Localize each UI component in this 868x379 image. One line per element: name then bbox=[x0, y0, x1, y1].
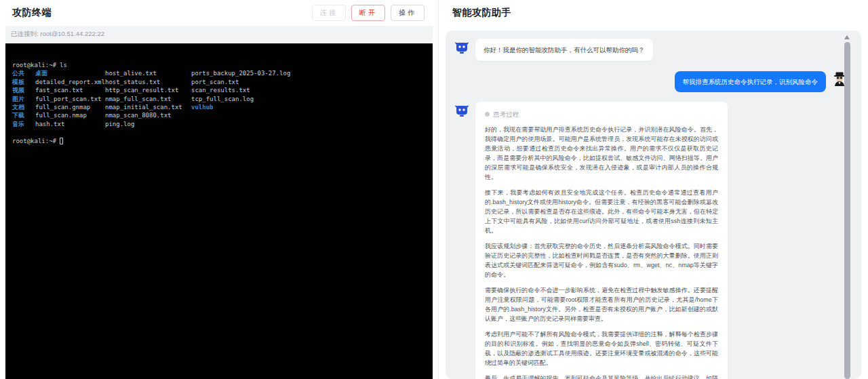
user-message-row: 帮我排查系统历史命令执行记录，识别风险命令 bbox=[454, 71, 848, 92]
terminal-file-entry: full_scan.nmap bbox=[35, 111, 105, 119]
assistant-panel-header: 智能攻防助手 bbox=[439, 0, 868, 26]
terminal-directory-entry: 文档 bbox=[12, 103, 35, 111]
terminal-panel-title: 攻防终端 bbox=[12, 7, 52, 19]
disconnect-button[interactable]: 断开 bbox=[351, 5, 385, 21]
terminal-file-entry: port_scan.txt bbox=[191, 78, 239, 86]
bot-thinking-bubble: 思考过程 好的，我现在需要帮助用户排查系统历史命令执行记录，并识别潜在风险命令。… bbox=[475, 102, 728, 379]
thinking-dot-icon bbox=[485, 112, 490, 117]
operate-button[interactable]: 操作 bbox=[391, 5, 425, 21]
thinking-paragraph: 需要确保执行的命令不会进一步影响系统，避免在检查过程中触发敏感操作。还要提醒用户… bbox=[485, 285, 718, 323]
terminal-command-line: root@kali:~#ls bbox=[12, 61, 426, 69]
terminal-directory-entry: 公共 bbox=[12, 69, 35, 77]
terminal-file-entry: detailed_report.xml bbox=[35, 78, 105, 86]
user-query-bubble: 帮我排查系统历史命令执行记录，识别风险命令 bbox=[675, 71, 827, 92]
terminal-ls-row: 音乐hash.txtping.log bbox=[12, 120, 426, 128]
terminal-ls-row: 模板detailed_report.xmlhost_status.txtport… bbox=[12, 78, 426, 86]
thinking-process-header: 思考过程 bbox=[485, 110, 718, 119]
scrollbar-thumb[interactable] bbox=[844, 42, 850, 379]
terminal-file-entry: host_alive.txt bbox=[105, 69, 191, 77]
thinking-process-label: 思考过程 bbox=[493, 110, 519, 119]
terminal-file-entry: nmap_full_scan.txt bbox=[105, 95, 191, 103]
terminal-prompt: root@kali:~# bbox=[12, 62, 56, 68]
terminal-file-entry: hash.txt bbox=[35, 120, 105, 128]
terminal-directory-entry: 音乐 bbox=[12, 120, 35, 128]
thinking-paragraph: 接下来，我要考虑如何有效且安全地完成这个任务。检查历史命令通常通过查看用户的.b… bbox=[485, 188, 718, 235]
terminal-file-entry: full_scan.gnmap bbox=[35, 103, 105, 111]
app-root: 攻防终端 连接 断开 操作 已连接到: root@10.51.44.222:22… bbox=[0, 0, 868, 379]
terminal-file-entry: http_scan_result.txt bbox=[105, 86, 191, 94]
terminal-file-entry: ports_backup_2025-03-27.log bbox=[191, 69, 290, 77]
terminal-file-entry: fast_scan.txt bbox=[35, 86, 105, 94]
terminal-directory-entry: 视频 bbox=[12, 86, 35, 94]
terminal-file-entry: nmap_scan_8080.txt bbox=[105, 111, 191, 119]
terminal-directory-entry: 模板 bbox=[12, 78, 35, 86]
terminal-prompt-line: root@kali:~# bbox=[12, 137, 426, 145]
bot-thinking-row: 思考过程 好的，我现在需要帮助用户排查系统历史命令执行记录，并识别潜在风险命令。… bbox=[454, 102, 848, 379]
terminal-panel: 攻防终端 连接 断开 操作 已连接到: root@10.51.44.222:22… bbox=[0, 0, 439, 379]
terminal-ls-row: 下载full_scan.nmapnmap_scan_8080.txt bbox=[12, 111, 426, 119]
scrollbar-up-arrow[interactable] bbox=[844, 35, 850, 39]
terminal-screen[interactable]: root@kali:~#ls 公共桌面host_alive.txtports_b… bbox=[5, 43, 433, 379]
terminal-ls-row: 图片full_port_scan.txtnmap_full_scan.txttc… bbox=[12, 95, 426, 103]
thinking-paragraphs: 好的，我现在需要帮助用户排查系统历史命令执行记录，并识别潜在风险命令。首先，我得… bbox=[485, 125, 718, 379]
connection-status-text: 已连接到: root@10.51.44.222:22 bbox=[11, 30, 104, 37]
terminal-file-entry: full_port_scan.txt bbox=[35, 95, 105, 103]
bot-avatar-icon bbox=[454, 39, 470, 55]
terminal-directory-entry: vulhub bbox=[191, 103, 214, 111]
terminal-panel-header: 攻防终端 连接 断开 操作 bbox=[0, 0, 438, 26]
terminal-directory-entry: 桌面 bbox=[35, 69, 105, 77]
terminal-prompt: root@kali:~# bbox=[12, 138, 56, 144]
thinking-paragraph: 最后，生成易于理解的报告，罗列可疑命令及其风险等级，并给出后续行动建议，如隔离受… bbox=[485, 374, 718, 379]
terminal-blank-line bbox=[12, 128, 426, 136]
thinking-paragraph: 好的，我现在需要帮助用户排查系统历史命令执行记录，并识别潜在风险命令。首先，我得… bbox=[485, 125, 718, 182]
thinking-paragraph: 我应该规划步骤：首先获取完整的命令历史，然后逐条分析高风险命令模式。同时需要验证… bbox=[485, 241, 718, 279]
terminal-file-entry: host_status.txt bbox=[105, 78, 191, 86]
terminal-ls-row: 视频fast_scan.txthttp_scan_result.txtscan_… bbox=[12, 86, 426, 94]
terminal-file-entry: nmap_initial_scan.txt bbox=[105, 103, 191, 111]
chat-area: 你好！我是你的智能攻防助手，有什么可以帮助你的吗？ 帮我排查系统历史命令执行记录… bbox=[446, 31, 861, 379]
bot-message-row: 你好！我是你的智能攻防助手，有什么可以帮助你的吗？ bbox=[454, 39, 848, 61]
assistant-panel: 智能攻防助手 你好！我是你的智能攻防助手，有什么可以帮助你的吗？ 帮我排查系统历… bbox=[439, 0, 868, 379]
terminal-directory-entry: 下载 bbox=[12, 111, 35, 119]
terminal-command: ls bbox=[60, 62, 67, 68]
connection-status: 已连接到: root@10.51.44.222:22 bbox=[5, 26, 433, 42]
bot-avatar-icon bbox=[454, 102, 470, 118]
bot-greeting-bubble: 你好！我是你的智能攻防助手，有什么可以帮助你的吗？ bbox=[475, 39, 653, 61]
terminal-toolbar: 连接 断开 操作 bbox=[312, 5, 425, 21]
assistant-panel-title: 智能攻防助手 bbox=[452, 7, 511, 19]
terminal-cursor bbox=[60, 138, 63, 144]
connect-button[interactable]: 连接 bbox=[312, 5, 346, 21]
terminal-file-entry: ping.log bbox=[105, 120, 191, 128]
terminal-ls-output: 公共桌面host_alive.txtports_backup_2025-03-2… bbox=[12, 69, 426, 128]
terminal-ls-row: 文档full_scan.gnmapnmap_initial_scan.txtvu… bbox=[12, 103, 426, 111]
terminal-ls-row: 公共桌面host_alive.txtports_backup_2025-03-2… bbox=[12, 69, 426, 77]
terminal-file-entry: scan_results.txt bbox=[191, 86, 250, 94]
terminal-directory-entry: 图片 bbox=[12, 95, 35, 103]
terminal-file-entry: tcp_full_scan.log bbox=[191, 95, 254, 103]
thinking-paragraph: 考虑到用户可能不了解所有风险命令模式，我需要提供详细的注释，解释每个检查步骤的目… bbox=[485, 330, 718, 367]
